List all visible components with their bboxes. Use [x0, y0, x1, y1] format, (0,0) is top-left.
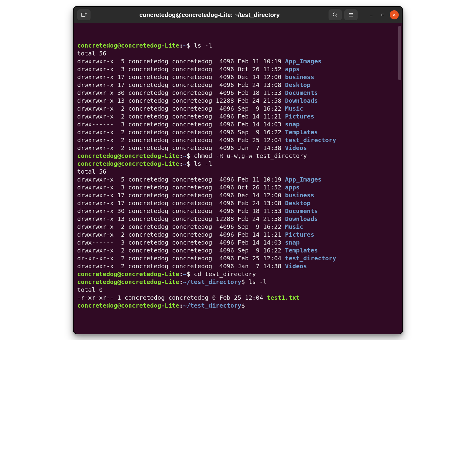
terminal-window: concretedog@concretedog-Lite: ~/test_dir… — [73, 6, 403, 334]
svg-rect-0 — [82, 13, 85, 17]
close-button[interactable] — [390, 10, 399, 19]
minimize-button[interactable] — [367, 10, 376, 19]
scrollbar-thumb[interactable] — [398, 26, 401, 80]
svg-rect-2 — [382, 14, 384, 16]
maximize-button[interactable] — [378, 10, 387, 19]
terminal-body[interactable]: concretedog@concretedog-Lite:~$ ls -l to… — [74, 23, 402, 334]
svg-point-1 — [333, 13, 336, 16]
titlebar: concretedog@concretedog-Lite: ~/test_dir… — [74, 7, 402, 23]
new-tab-button[interactable] — [77, 9, 91, 20]
window-title: concretedog@concretedog-Lite: ~/test_dir… — [93, 12, 326, 18]
search-button[interactable] — [329, 9, 342, 20]
hamburger-menu-button[interactable] — [344, 9, 358, 20]
terminal-content: concretedog@concretedog-Lite:~$ ls -l to… — [77, 42, 399, 309]
